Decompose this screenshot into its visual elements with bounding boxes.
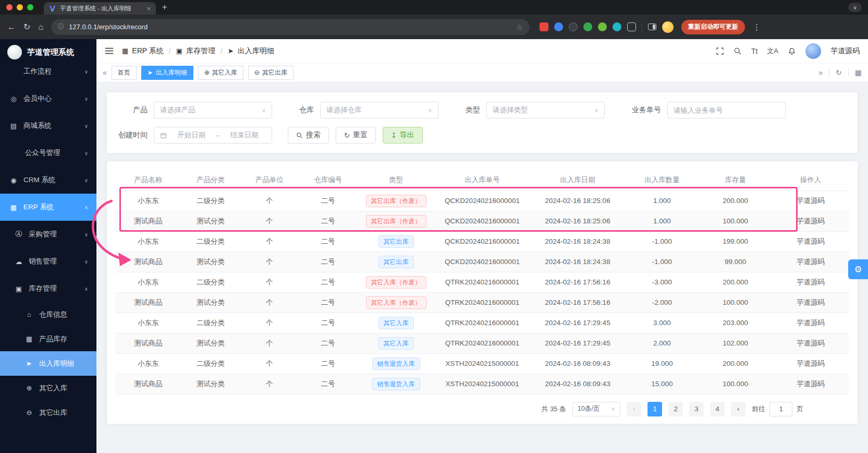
home-button[interactable]: ⌂ xyxy=(38,23,43,31)
next-page-button[interactable]: › xyxy=(731,402,745,416)
tab-other-in[interactable]: ⊕ 其它入库 xyxy=(198,66,243,80)
sidebar-item-mall[interactable]: ▤ 商城系统 ∨ xyxy=(0,112,96,139)
table-row[interactable]: 小东东 二级分类 个 二号 销售退货入库 XSTH20240215000001 … xyxy=(115,353,849,374)
page-button-4[interactable]: 4 xyxy=(710,402,725,416)
sidebar-item-official-account[interactable]: 公众号管理 ∨ xyxy=(0,139,96,166)
tab-stock-record[interactable]: 出入库明细 xyxy=(141,66,193,80)
username[interactable]: 芋道源码 xyxy=(830,46,860,56)
reload-button[interactable]: ↻ xyxy=(23,23,30,31)
warehouse-select[interactable]: 请选择仓库 ∨ xyxy=(320,102,438,118)
sidebar-item-erp[interactable]: ▦ ERP 系统 ∧ xyxy=(0,194,96,221)
page-button-2[interactable]: 2 xyxy=(668,402,683,416)
collapse-sidebar-icon[interactable] xyxy=(105,47,114,55)
table-row[interactable]: 小东东 二级分类 个 二号 其它出库 QCKD20240216000001 20… xyxy=(115,231,849,252)
records-table-panel: 产品名称 产品分类 产品单位 仓库编号 类型 出入库单号 出入库日期 出入库数量… xyxy=(107,161,858,424)
extension-icon-green[interactable] xyxy=(583,22,592,31)
font-size-icon[interactable]: Tt xyxy=(751,47,757,55)
search-icon[interactable] xyxy=(733,47,742,55)
sidebar-item-stock[interactable]: ▣ 库存管理 ∧ xyxy=(0,275,96,302)
sidebar-item-crm[interactable]: ◉ CRM 系统 ∨ xyxy=(0,166,96,194)
browser-profile-avatar[interactable] xyxy=(662,21,674,33)
tab-search-chevron-icon[interactable]: ∨ xyxy=(848,3,862,12)
extension-icon-teal[interactable] xyxy=(613,22,621,31)
date-start-placeholder[interactable]: 开始日期 xyxy=(170,130,213,140)
search-icon xyxy=(296,132,303,139)
page-button-1[interactable]: 1 xyxy=(647,402,662,416)
bookmark-star-icon[interactable]: ☆ xyxy=(517,23,523,31)
table-row[interactable]: 测试商品 测试分类 个 二号 其它入库 QTRK20240216000001 2… xyxy=(115,333,849,353)
extensions-puzzle-icon[interactable] xyxy=(627,22,636,31)
table-row[interactable]: 小东东 二级分类 个 二号 其它入库 QTRK20240216000001 20… xyxy=(115,313,849,333)
refresh-page-icon[interactable]: ↻ xyxy=(836,68,842,77)
layout-grid-icon[interactable]: ▦ xyxy=(855,68,862,77)
sidebar-item-warehouse-info[interactable]: ⌂ 仓库信息 xyxy=(0,302,96,327)
extension-icon-dark[interactable] xyxy=(569,22,578,31)
search-button[interactable]: 搜索 xyxy=(288,127,329,144)
site-info-icon[interactable]: ⓘ xyxy=(58,22,64,31)
table-row[interactable]: 小东东 二级分类 个 二号 其它出库（作废） QCKD2024021600000… xyxy=(115,190,849,211)
biz-no-input[interactable] xyxy=(674,106,779,114)
breadcrumb-item[interactable]: 库存管理 xyxy=(186,46,215,56)
type-badge: 销售退货入库 xyxy=(372,357,420,370)
window-minimize-button[interactable] xyxy=(17,4,23,10)
product-select[interactable]: 请选择产品 ∨ xyxy=(154,102,272,118)
table-row[interactable]: 小东东 二级分类 个 二号 其它入库（作废） QTRK2024021600000… xyxy=(115,272,849,292)
notification-bell-icon[interactable] xyxy=(788,47,796,55)
theme-settings-button[interactable]: ⚙ xyxy=(848,259,868,279)
chevron-down-icon: ∨ xyxy=(84,177,88,183)
cell-operator: 芋道源码 xyxy=(772,333,849,353)
col-category: 产品分类 xyxy=(181,170,240,190)
export-button[interactable]: ↧ 导出 xyxy=(383,127,423,144)
extension-icon-red[interactable] xyxy=(540,22,548,31)
breadcrumb-item[interactable]: ERP 系统 xyxy=(132,46,163,56)
browser-menu-icon[interactable]: ⋮ xyxy=(753,22,761,32)
prev-page-button[interactable]: ‹ xyxy=(627,402,641,416)
extension-icon-blue-pin[interactable] xyxy=(554,22,563,31)
sidebar-logo-row[interactable]: 芋道管理系统 xyxy=(0,39,96,65)
cell-operator: 芋道源码 xyxy=(772,292,849,313)
cell-unit: 个 xyxy=(240,211,299,231)
table-row[interactable]: 测试商品 测试分类 个 二号 其它出库 QCKD20240216000001 2… xyxy=(115,252,849,272)
window-zoom-button[interactable] xyxy=(27,4,33,10)
browser-tab[interactable]: 芋道管理系统 - 出入库明细 × xyxy=(44,2,156,15)
url-bar[interactable]: ⓘ 127.0.0.1/erp/stock/record ☆ xyxy=(51,19,530,35)
back-button[interactable]: ← xyxy=(7,23,16,31)
user-avatar[interactable] xyxy=(805,43,821,59)
table-row[interactable]: 测试商品 测试分类 个 二号 其它入库（作废） QTRK202402160000… xyxy=(115,292,849,313)
page-button-3[interactable]: 3 xyxy=(689,402,704,416)
cell-unit: 个 xyxy=(240,374,299,394)
tab-home[interactable]: 首页 xyxy=(112,66,137,80)
page-size-select[interactable]: 10条/页 ∨ xyxy=(572,402,620,416)
cell-stock: 100.000 xyxy=(699,211,772,231)
new-tab-button[interactable]: + xyxy=(162,3,167,12)
side-panel-icon[interactable] xyxy=(648,23,656,30)
window-close-button[interactable] xyxy=(6,4,13,10)
sidebar-item-stock-record[interactable]: 出入库明细 xyxy=(0,351,96,376)
sidebar-item-purchase[interactable]: Ⓐ 采购管理 ∨ xyxy=(0,221,96,248)
translate-icon[interactable]: 文A xyxy=(767,47,778,54)
sidebar-item-product-stock[interactable]: ▦ 产品库存 xyxy=(0,327,96,351)
date-end-placeholder[interactable]: 结束日期 xyxy=(223,130,266,140)
fullscreen-icon[interactable] xyxy=(716,47,724,55)
cell-order-no: QCKD20240216000001 xyxy=(434,252,530,272)
tabs-scroll-right-icon[interactable]: » xyxy=(818,68,823,77)
goto-page: 前往 页 xyxy=(752,402,803,416)
tabs-scroll-left-icon[interactable]: « xyxy=(103,68,107,77)
sidebar-item-sales[interactable]: ☁ 销售管理 ∨ xyxy=(0,248,96,275)
goto-page-input[interactable] xyxy=(769,402,792,416)
type-select[interactable]: 请选择类型 ∨ xyxy=(486,102,605,118)
tab-label: 首页 xyxy=(118,68,130,77)
date-range-picker[interactable]: 开始日期 – 结束日期 xyxy=(154,127,272,144)
table-row[interactable]: 测试商品 测试分类 个 二号 其它出库（作废） QCKD202402160000… xyxy=(115,211,849,231)
sidebar-item-other-in[interactable]: ⊕ 其它入库 xyxy=(0,376,96,400)
sidebar-item-label: 其它入库 xyxy=(39,384,67,393)
reset-button[interactable]: ↻ 重置 xyxy=(336,127,376,144)
tab-close-icon[interactable]: × xyxy=(146,5,151,12)
extension-icon-leaf[interactable] xyxy=(598,22,607,31)
sidebar-item-other-out[interactable]: ⊖ 其它出库 xyxy=(0,400,96,425)
table-row[interactable]: 测试商品 测试分类 个 二号 销售退货入库 XSTH20240215000001… xyxy=(115,374,849,394)
chevron-down-icon: ∨ xyxy=(611,406,615,412)
tab-other-out[interactable]: ⊖ 其它出库 xyxy=(248,66,294,80)
sidebar-item-member[interactable]: ◎ 会员中心 ∨ xyxy=(0,85,96,112)
browser-update-button[interactable]: 重新启动即可更新 xyxy=(681,20,745,34)
